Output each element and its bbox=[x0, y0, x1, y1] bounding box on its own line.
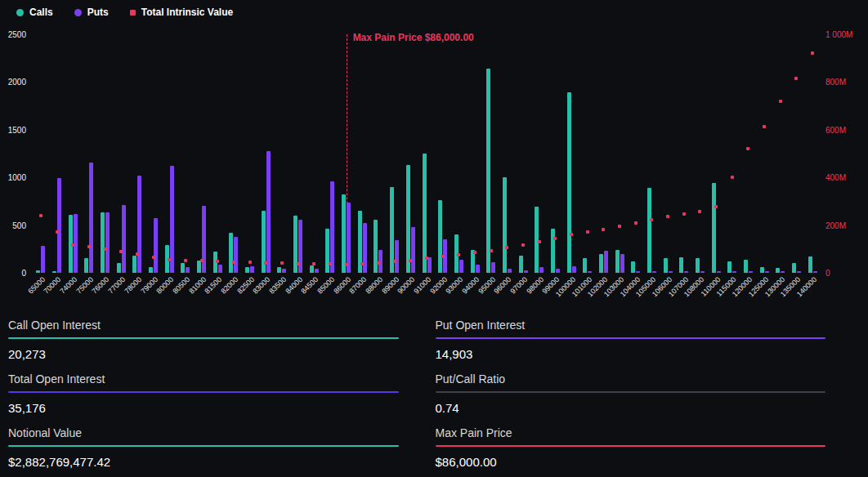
intrinsic-value-dot[interactable] bbox=[312, 262, 315, 265]
intrinsic-value-dot[interactable] bbox=[794, 77, 798, 80]
puts-bar[interactable] bbox=[250, 266, 254, 273]
intrinsic-value-dot[interactable] bbox=[457, 253, 460, 256]
intrinsic-value-dot[interactable] bbox=[280, 261, 284, 265]
calls-bar[interactable] bbox=[132, 256, 136, 273]
intrinsic-value-dot[interactable] bbox=[184, 259, 187, 262]
calls-bar[interactable] bbox=[181, 263, 185, 273]
calls-bar[interactable] bbox=[503, 177, 507, 273]
intrinsic-value-dot[interactable] bbox=[779, 100, 782, 103]
puts-bar[interactable] bbox=[202, 206, 206, 273]
intrinsic-value-dot[interactable] bbox=[232, 261, 235, 264]
intrinsic-value-dot[interactable] bbox=[666, 215, 669, 218]
legend-item-calls[interactable]: Calls bbox=[16, 7, 53, 18]
intrinsic-value-dot[interactable] bbox=[71, 243, 74, 247]
calls-bar[interactable] bbox=[567, 92, 571, 273]
intrinsic-value-dot[interactable] bbox=[39, 214, 43, 217]
calls-bar[interactable] bbox=[583, 258, 587, 273]
intrinsic-value-dot[interactable] bbox=[586, 230, 589, 234]
puts-bar[interactable] bbox=[266, 151, 271, 274]
calls-bar[interactable] bbox=[406, 165, 410, 273]
calls-bar[interactable] bbox=[325, 229, 329, 273]
intrinsic-value-dot[interactable] bbox=[409, 259, 412, 262]
calls-bar[interactable] bbox=[599, 254, 603, 273]
puts-bar[interactable] bbox=[411, 227, 415, 273]
intrinsic-value-dot[interactable] bbox=[119, 250, 123, 253]
intrinsic-value-dot[interactable] bbox=[570, 233, 573, 236]
puts-bar[interactable] bbox=[572, 266, 576, 273]
puts-bar[interactable] bbox=[218, 265, 222, 274]
intrinsic-value-dot[interactable] bbox=[377, 261, 380, 265]
intrinsic-value-dot[interactable] bbox=[731, 176, 734, 179]
puts-bar[interactable] bbox=[89, 163, 93, 273]
puts-bar[interactable] bbox=[105, 212, 110, 273]
intrinsic-value-dot[interactable] bbox=[618, 225, 621, 228]
calls-bar[interactable] bbox=[792, 263, 796, 273]
puts-bar[interactable] bbox=[330, 181, 334, 273]
intrinsic-value-dot[interactable] bbox=[763, 125, 766, 128]
calls-bar[interactable] bbox=[696, 258, 700, 273]
calls-bar[interactable] bbox=[712, 183, 716, 273]
calls-bar[interactable] bbox=[117, 263, 121, 273]
calls-bar[interactable] bbox=[647, 188, 651, 273]
calls-bar[interactable] bbox=[679, 257, 683, 273]
intrinsic-value-dot[interactable] bbox=[714, 205, 718, 208]
intrinsic-value-dot[interactable] bbox=[650, 218, 653, 221]
intrinsic-value-dot[interactable] bbox=[56, 230, 59, 234]
intrinsic-value-dot[interactable] bbox=[602, 228, 605, 231]
intrinsic-value-dot[interactable] bbox=[634, 221, 638, 225]
intrinsic-value-dot[interactable] bbox=[490, 249, 493, 252]
puts-bar[interactable] bbox=[459, 260, 463, 273]
calls-bar[interactable] bbox=[760, 267, 764, 273]
calls-bar[interactable] bbox=[374, 220, 378, 273]
calls-bar[interactable] bbox=[727, 261, 732, 273]
calls-bar[interactable] bbox=[808, 256, 812, 273]
intrinsic-value-dot[interactable] bbox=[505, 246, 508, 249]
intrinsic-value-dot[interactable] bbox=[393, 260, 396, 263]
calls-bar[interactable] bbox=[519, 256, 523, 273]
intrinsic-value-dot[interactable] bbox=[200, 259, 204, 262]
puts-bar[interactable] bbox=[604, 251, 608, 273]
calls-bar[interactable] bbox=[149, 267, 153, 273]
calls-bar[interactable] bbox=[438, 200, 442, 273]
puts-bar[interactable] bbox=[363, 223, 367, 273]
puts-bar[interactable] bbox=[234, 237, 238, 273]
calls-bar[interactable] bbox=[551, 229, 555, 273]
calls-bar[interactable] bbox=[245, 267, 249, 273]
intrinsic-value-dot[interactable] bbox=[360, 262, 364, 265]
puts-bar[interactable] bbox=[154, 218, 158, 273]
intrinsic-value-dot[interactable] bbox=[104, 247, 107, 251]
calls-bar[interactable] bbox=[101, 212, 105, 273]
intrinsic-value-dot[interactable] bbox=[136, 252, 139, 256]
calls-bar[interactable] bbox=[744, 260, 748, 273]
puts-bar[interactable] bbox=[395, 240, 399, 273]
calls-bar[interactable] bbox=[229, 233, 233, 273]
intrinsic-value-dot[interactable] bbox=[329, 262, 332, 265]
intrinsic-value-dot[interactable] bbox=[425, 256, 428, 260]
intrinsic-value-dot[interactable] bbox=[682, 212, 686, 216]
puts-bar[interactable] bbox=[476, 265, 480, 274]
legend-item-puts[interactable]: Puts bbox=[74, 7, 109, 18]
puts-bar[interactable] bbox=[41, 246, 45, 273]
intrinsic-value-dot[interactable] bbox=[87, 245, 91, 248]
puts-bar[interactable] bbox=[122, 205, 126, 273]
calls-bar[interactable] bbox=[84, 258, 88, 273]
intrinsic-value-dot[interactable] bbox=[553, 237, 557, 240]
puts-bar[interactable] bbox=[427, 257, 432, 273]
intrinsic-value-dot[interactable] bbox=[297, 262, 300, 265]
calls-bar[interactable] bbox=[197, 261, 201, 273]
calls-bar[interactable] bbox=[664, 258, 668, 273]
intrinsic-value-dot[interactable] bbox=[216, 260, 219, 263]
puts-bar[interactable] bbox=[186, 267, 190, 273]
intrinsic-value-dot[interactable] bbox=[473, 251, 477, 254]
intrinsic-value-dot[interactable] bbox=[264, 261, 267, 265]
plot-area[interactable]: Max Pain Price $86,000.00 bbox=[33, 34, 821, 273]
calls-bar[interactable] bbox=[631, 261, 635, 273]
intrinsic-value-dot[interactable] bbox=[698, 210, 701, 213]
calls-bar[interactable] bbox=[615, 250, 620, 273]
intrinsic-value-dot[interactable] bbox=[168, 258, 171, 261]
intrinsic-value-dot[interactable] bbox=[811, 51, 814, 55]
intrinsic-value-dot[interactable] bbox=[441, 255, 445, 258]
puts-bar[interactable] bbox=[539, 267, 544, 273]
puts-bar[interactable] bbox=[170, 166, 174, 273]
legend-item-intrinsic[interactable]: Total Intrinsic Value bbox=[130, 7, 233, 18]
